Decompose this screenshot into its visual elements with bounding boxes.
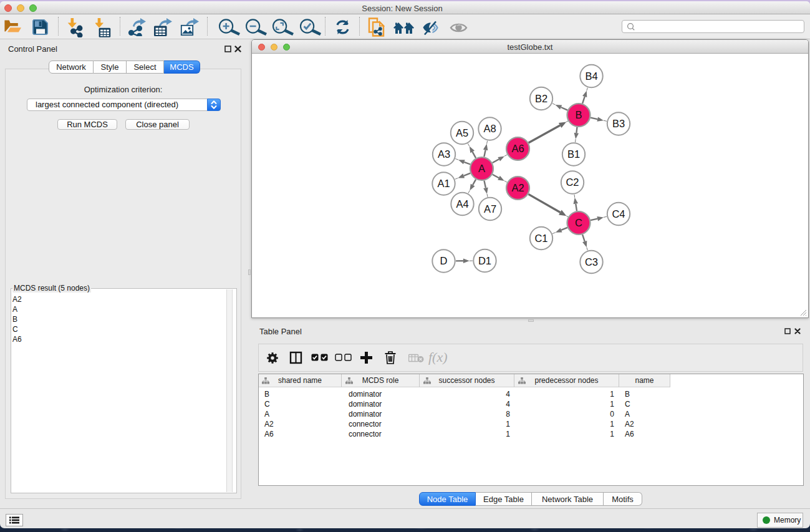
svg-text:C4: C4 bbox=[612, 208, 625, 220]
svg-text:B: B bbox=[575, 109, 582, 120]
svg-text:A1: A1 bbox=[437, 178, 450, 189]
svg-text:C: C bbox=[575, 217, 582, 228]
svg-text:D1: D1 bbox=[478, 255, 491, 266]
svg-text:D: D bbox=[440, 255, 448, 266]
svg-text:B3: B3 bbox=[612, 118, 625, 129]
svg-text:A6: A6 bbox=[511, 143, 524, 154]
svg-text:A: A bbox=[478, 163, 485, 174]
svg-text:B1: B1 bbox=[567, 148, 580, 160]
svg-text:A5: A5 bbox=[456, 127, 468, 138]
svg-text:C1: C1 bbox=[534, 233, 547, 244]
svg-text:C2: C2 bbox=[566, 177, 579, 188]
svg-text:A7: A7 bbox=[484, 203, 496, 215]
svg-text:A8: A8 bbox=[483, 123, 496, 134]
svg-text:A3: A3 bbox=[438, 148, 450, 160]
svg-text:A2: A2 bbox=[511, 182, 524, 193]
svg-text:B2: B2 bbox=[535, 93, 547, 104]
svg-text:A4: A4 bbox=[456, 198, 468, 210]
svg-text:B4: B4 bbox=[585, 70, 597, 82]
svg-text:C3: C3 bbox=[585, 256, 598, 268]
